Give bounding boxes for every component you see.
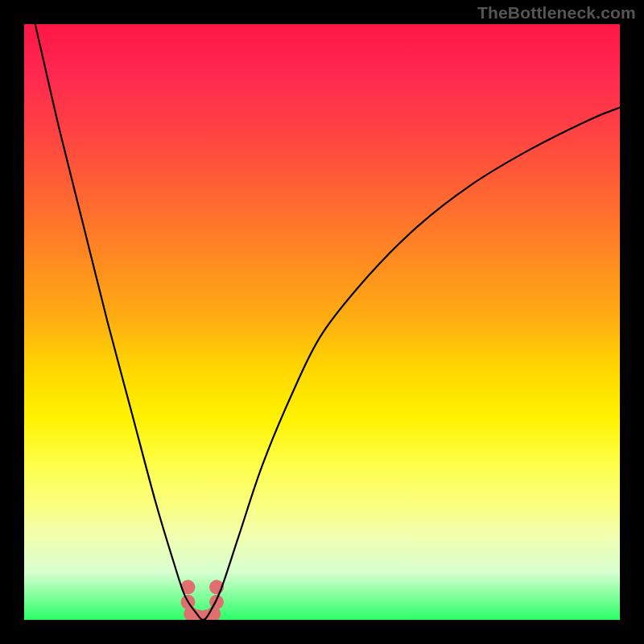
curve-layer [24,24,620,620]
trough-marker [209,595,224,609]
bottleneck-curve [24,24,620,620]
plot-area [24,24,620,620]
chart-container: TheBottleneck.com [0,0,644,644]
watermark-text: TheBottleneck.com [477,3,636,23]
